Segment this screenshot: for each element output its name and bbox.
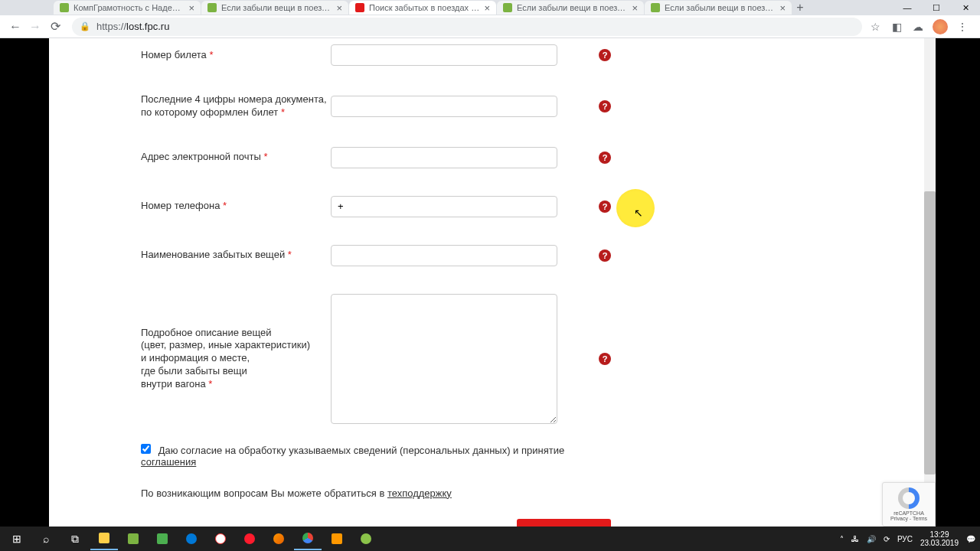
favicon-green [503, 3, 512, 12]
help-icon[interactable]: ? [599, 201, 611, 213]
help-icon[interactable]: ? [599, 49, 611, 61]
tab-title: КомпГрамотность с Надеждой [74, 3, 184, 12]
phone-label: Номер телефона * [141, 200, 331, 213]
tab-0[interactable]: КомпГрамотность с Надеждой × [54, 1, 201, 15]
tray-network-icon[interactable]: 🖧 [851, 535, 859, 543]
doc-digits-label: Последние 4 цифры номера документа, по к… [141, 93, 331, 119]
row-email: Адрес электронной почты * ? [129, 126, 623, 174]
libreoffice-icon[interactable] [119, 527, 147, 550]
support-row: По возникающим вопросам Вы можете обрати… [129, 474, 623, 513]
chrome-icon[interactable] [294, 527, 322, 550]
items-name-label: Наименование забытых вещей * [141, 249, 331, 262]
recaptcha-logo-icon [898, 487, 920, 509]
tab-1[interactable]: Если забыли вещи в поезде РЖ × [201, 1, 348, 15]
close-icon[interactable]: × [188, 2, 194, 14]
submit-row: Подать заявку [129, 513, 623, 527]
tab-title: Если забыли вещи в поезде РЖ [221, 3, 332, 12]
items-name-input[interactable] [331, 245, 557, 266]
opera-icon[interactable] [236, 527, 263, 550]
scrollbar-thumb[interactable] [924, 191, 936, 474]
window-controls: — ☐ ✕ [893, 0, 980, 15]
menu-icon[interactable]: ⋮ [956, 20, 969, 34]
help-icon[interactable]: ? [599, 353, 611, 365]
favicon-green [60, 3, 69, 12]
ext-shield-icon[interactable]: ◧ [890, 20, 903, 34]
row-ticket-number: Номер билета * ? [129, 38, 623, 72]
letterbox-right [936, 38, 980, 527]
row-description: Подробное описание вещей (цвет, размер, … [129, 272, 623, 430]
edge-icon[interactable] [178, 527, 205, 550]
consent-text: Даю согласие на обработку указываемых св… [158, 445, 565, 456]
lock-icon: 🔒 [80, 21, 90, 31]
tab-title: Если забыли вещи в поезде РЖ [665, 3, 775, 12]
help-icon[interactable]: ? [599, 249, 611, 262]
app-orange-icon[interactable] [323, 527, 351, 550]
email-label: Адрес электронной почты * [141, 151, 331, 164]
clock-date: 23.03.2019 [920, 539, 959, 547]
maximize-button[interactable]: ☐ [922, 0, 951, 15]
page-viewport: Номер билета * ? Последние 4 цифры номер… [0, 38, 980, 527]
ext-cloud-icon[interactable]: ☁ [911, 20, 925, 34]
scrollbar-track[interactable] [924, 38, 936, 527]
url-text: https://lost.fpc.ru [96, 21, 169, 32]
search-icon[interactable]: ⌕ [32, 527, 60, 550]
tray-volume-icon[interactable]: 🔊 [867, 535, 876, 543]
recaptcha-links: Privacy - Terms [890, 516, 927, 521]
email-input[interactable] [331, 147, 557, 168]
taskbar-left: ⊞ ⌕ ⧉ [0, 527, 380, 550]
reload-button[interactable]: ⟳ [46, 18, 64, 36]
back-button[interactable]: ← [6, 18, 24, 36]
forward-button[interactable]: → [26, 18, 44, 36]
taskbar-clock[interactable]: 13:29 23.03.2019 [920, 530, 959, 547]
start-button[interactable]: ⊞ [3, 527, 31, 550]
close-icon[interactable]: × [632, 2, 638, 14]
close-window-button[interactable]: ✕ [951, 0, 980, 15]
help-icon[interactable]: ? [599, 100, 611, 112]
consent-checkbox[interactable] [141, 444, 151, 454]
favicon-green [651, 3, 660, 12]
close-icon[interactable]: × [779, 2, 786, 14]
close-icon[interactable]: × [484, 2, 490, 14]
submit-button[interactable]: Подать заявку [517, 519, 611, 527]
tray-lang[interactable]: РУС [897, 535, 913, 543]
tray-notifications-icon[interactable]: 💬 [966, 535, 975, 543]
lost-items-form: Номер билета * ? Последние 4 цифры номер… [129, 38, 623, 527]
taskbar-right: ˄ 🖧 🔊 ⟳ РУС 13:29 23.03.2019 💬 [840, 530, 980, 547]
yandex-icon[interactable] [207, 527, 234, 550]
star-icon[interactable]: ☆ [868, 20, 882, 34]
app-lime-icon[interactable] [352, 527, 380, 550]
task-view-icon[interactable]: ⧉ [61, 527, 89, 550]
row-doc-digits: Последние 4 цифры номера документа, по к… [129, 72, 623, 126]
doc-digits-input[interactable] [331, 96, 557, 117]
profile-avatar[interactable] [933, 19, 948, 34]
firefox-icon[interactable] [265, 527, 292, 550]
app-green-icon[interactable] [149, 527, 176, 550]
help-icon[interactable]: ? [599, 152, 611, 164]
description-textarea[interactable] [331, 294, 557, 424]
windows-taskbar: ⊞ ⌕ ⧉ ˄ 🖧 🔊 ⟳ РУС 13:29 23.03.2019 💬 [0, 527, 980, 551]
new-tab-button[interactable]: + [792, 1, 808, 15]
tab-4[interactable]: Если забыли вещи в поезде РЖ × [645, 1, 792, 15]
consent-row: Даю согласие на обработку указываемых св… [129, 430, 623, 474]
support-link[interactable]: техподдержку [387, 487, 452, 499]
row-items-name: Наименование забытых вещей * ? [129, 223, 623, 272]
tray-sync-icon[interactable]: ⟳ [884, 535, 890, 543]
clock-time: 13:29 [920, 530, 959, 539]
extension-icons: ☆ ◧ ☁ ⋮ [868, 19, 969, 34]
url-box[interactable]: 🔒 https://lost.fpc.ru [72, 18, 862, 36]
favicon-rzd [355, 3, 364, 12]
tab-2-active[interactable]: Поиск забытых в поездах веще × [349, 1, 496, 15]
tab-3[interactable]: Если забыли вещи в поезде РЖ × [497, 1, 644, 15]
close-icon[interactable]: × [336, 2, 342, 14]
consent-link[interactable]: соглашения [141, 456, 196, 468]
explorer-icon[interactable] [90, 527, 118, 550]
recaptcha-badge[interactable]: reCAPTCHA Privacy - Terms [882, 482, 936, 527]
row-phone: Номер телефона * ? [129, 174, 623, 223]
support-text: По возникающим вопросам Вы можете обрати… [141, 487, 387, 499]
tray-chevron-icon[interactable]: ˄ [840, 535, 844, 543]
phone-input[interactable] [331, 196, 557, 217]
minimize-button[interactable]: — [893, 0, 922, 15]
cursor-arrow-icon: ↖ [634, 207, 643, 219]
description-label: Подробное описание вещей (цвет, размер, … [141, 327, 331, 391]
ticket-number-input[interactable] [331, 44, 557, 66]
